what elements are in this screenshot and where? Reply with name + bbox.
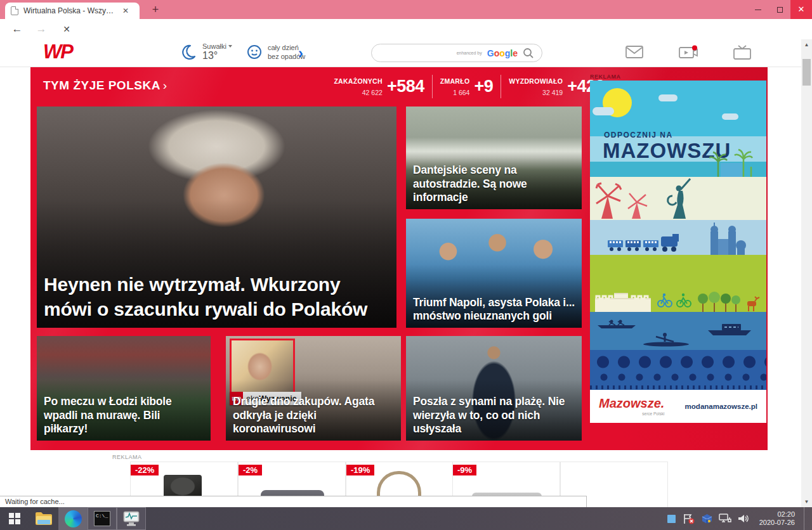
ad-footer: Mazowsze. serce Polski modanamazowsze.pl xyxy=(590,390,766,423)
mazowsze-logo: Mazowsze. xyxy=(599,396,664,410)
minimize-icon xyxy=(755,10,761,10)
weather-city[interactable]: Suwałki xyxy=(202,42,232,50)
river-illustration xyxy=(596,316,760,348)
main-content: TYM ŻYJE POLSKA› ZAKAŻONYCH42 622 +584 Z… xyxy=(30,67,768,450)
video-icon[interactable] xyxy=(678,45,698,60)
google-logo: Google xyxy=(487,48,518,58)
ad-headline-small: ODPOCZNIJ NA xyxy=(604,131,673,139)
scrollbar-thumb[interactable] xyxy=(802,59,811,86)
cloud-illustration xyxy=(722,113,738,120)
file-explorer-button[interactable] xyxy=(29,507,58,530)
browser-status-bar: Waiting for cache... xyxy=(0,496,587,507)
stat-total: 42 622 xyxy=(362,89,383,96)
discount-badge: -19% xyxy=(346,465,374,475)
stat-infected: ZAKAŻONYCH42 622 +584 xyxy=(326,75,431,98)
stat-delta: +584 xyxy=(387,77,424,96)
back-button[interactable]: ← xyxy=(9,19,25,39)
mail-icon[interactable] xyxy=(625,45,644,59)
browser-titlebar: Wirtualna Polska - Wszystko co w ✕ + ✕ xyxy=(0,0,812,19)
countryside-illustration xyxy=(595,291,761,312)
enhanced-by-label: enhanced by xyxy=(457,51,482,55)
article-title: Triumf Napoli, asysta Polaka i... mnóstw… xyxy=(413,296,575,323)
browser-navbar: ← → ✕ https://www.wp.pl aą ⋯ xyxy=(0,19,812,39)
scrollbar-up-arrow[interactable]: ▲ xyxy=(801,39,812,50)
new-tab-button[interactable]: + xyxy=(147,1,164,18)
section-title[interactable]: TYM ŻYJE POLSKA› xyxy=(43,79,167,93)
edge-taskbar-button[interactable] xyxy=(58,507,88,530)
article-bottom-right[interactable]: Poszła z synami na plażę. Nie wierzyła w… xyxy=(406,336,582,441)
discount-badge: -9% xyxy=(453,465,476,475)
search-box[interactable]: enhanced by Google xyxy=(371,44,542,62)
clock-date: 2020-07-26 xyxy=(759,519,795,527)
covid-stats: ZAKAŻONYCH42 622 +584 ZMARŁO1 664 +9 WYZ… xyxy=(326,75,612,98)
page-scrollbar[interactable]: ▲ ▼ xyxy=(801,39,812,507)
scrollbar-down-arrow[interactable]: ▼ xyxy=(801,496,812,507)
system-monitor-icon xyxy=(122,510,140,527)
command-prompt-icon: C:\_ xyxy=(94,511,110,526)
window-restore-button[interactable] xyxy=(769,0,790,19)
stat-deaths: ZMARŁO1 664 +9 xyxy=(432,75,501,98)
palm-trees-illustration xyxy=(709,148,756,177)
article-main[interactable]: Heynen nie wytrzymał. Wkurzony mówi o sz… xyxy=(37,107,396,328)
mermaid-statue-illustration xyxy=(665,177,693,219)
tab-title: Wirtualna Polska - Wszystko co w xyxy=(23,6,117,15)
virtualbox-tray-icon[interactable] xyxy=(702,514,712,524)
network-icon[interactable] xyxy=(719,514,731,524)
train-illustration xyxy=(605,234,683,253)
stat-label: WYZDROWIAŁO xyxy=(509,77,563,85)
system-tray: 02:20 2020-07-26 xyxy=(667,507,812,530)
wp-logo[interactable]: WP xyxy=(43,41,72,63)
tab-close-icon[interactable]: ✕ xyxy=(122,6,129,15)
clock-time: 02:20 xyxy=(759,510,795,519)
cloud-illustration xyxy=(658,94,678,101)
article-bottom-left[interactable]: Po meczu w Łodzi kibole wpadli na murawę… xyxy=(37,336,211,441)
stat-total: 32 419 xyxy=(542,89,563,96)
chevron-down-icon xyxy=(228,45,232,48)
article-main-title: Heynen nie wytrzymał. Wkurzony mówi o sz… xyxy=(44,272,377,321)
cloud-illustration xyxy=(593,107,614,115)
article-title: Po meczu w Łodzi kibole wpadli na murawę… xyxy=(44,395,204,436)
search-icon[interactable] xyxy=(523,48,534,59)
chevron-right-icon: › xyxy=(163,79,167,92)
windows-logo-icon xyxy=(9,513,20,524)
edge-icon xyxy=(65,510,82,527)
page-icon xyxy=(11,6,18,15)
weather-next-chevron[interactable]: › xyxy=(298,44,303,62)
sidebar-ad-label: REKLAMA xyxy=(590,74,621,80)
wp-masthead: WP Suwałki 13° cały dzieńbez opadów › en… xyxy=(0,39,812,67)
tray-app-icon[interactable] xyxy=(667,514,676,524)
window-minimize-button[interactable] xyxy=(747,0,769,19)
stat-delta: +9 xyxy=(474,77,493,96)
smiley-icon xyxy=(247,44,262,60)
restore-icon xyxy=(777,7,783,13)
moon-icon xyxy=(180,44,197,61)
mazowsze-tagline: serce Polski xyxy=(599,411,664,416)
weather-widget[interactable]: Suwałki 13° cały dzieńbez opadów xyxy=(180,42,305,61)
article-top-right[interactable]: Dantejskie sceny na autostradzie. Są now… xyxy=(406,107,582,209)
weather-temp: 13° xyxy=(202,50,218,61)
tv-icon[interactable] xyxy=(733,45,752,60)
browser-tab[interactable]: Wirtualna Polska - Wszystko co w ✕ xyxy=(5,3,140,19)
stop-button[interactable]: ✕ xyxy=(58,19,75,39)
taskbar-clock[interactable]: 02:20 2020-07-26 xyxy=(759,510,795,527)
stat-label: ZMARŁO xyxy=(440,77,470,85)
article-title: Dantejskie sceny na autostradzie. Są now… xyxy=(413,164,575,205)
show-desktop-button[interactable] xyxy=(804,507,807,530)
stat-label: ZAKAŻONYCH xyxy=(334,77,383,85)
volume-icon[interactable] xyxy=(738,514,749,524)
article-bottom-center[interactable]: WP ekoWyzwanie Drugie dno zakupów. Agata… xyxy=(226,336,401,441)
article-mid-right[interactable]: Triumf Napoli, asysta Polaka i... mnóstw… xyxy=(406,219,582,328)
action-center-flag-icon[interactable] xyxy=(683,514,695,524)
command-prompt-button[interactable]: C:\_ xyxy=(88,507,117,530)
stat-total: 1 664 xyxy=(453,89,469,96)
start-button[interactable] xyxy=(0,507,29,530)
system-monitor-button[interactable] xyxy=(117,507,146,530)
window-close-button[interactable]: ✕ xyxy=(790,0,812,19)
article-title: Drugie dno zakupów. Agata odkryła je dzi… xyxy=(233,395,395,436)
ad-site-url: modanamazowsze.pl xyxy=(685,403,757,410)
notification-dot xyxy=(692,46,697,51)
carousel-ad-label: REKLAMA xyxy=(112,454,142,460)
forward-button[interactable]: → xyxy=(33,19,49,39)
sidebar-ad[interactable]: ODPOCZNIJ NA MAZOWSZU xyxy=(590,81,766,423)
file-explorer-icon xyxy=(35,511,53,526)
